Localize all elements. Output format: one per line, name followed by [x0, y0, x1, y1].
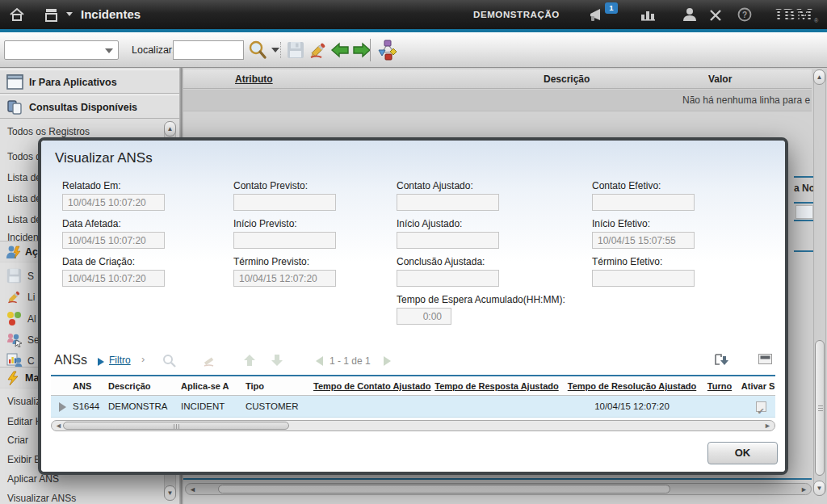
field-input[interactable]	[397, 308, 451, 325]
download-icon[interactable]	[713, 352, 729, 368]
field-input[interactable]	[592, 194, 695, 211]
field-label: Tempo de Espera Acumulado(HH:MM):	[397, 292, 592, 308]
row-cell-tempo-resposta	[432, 396, 561, 417]
reports-icon[interactable]	[640, 9, 657, 21]
row-cell-expander[interactable]	[51, 396, 70, 417]
field-input[interactable]	[233, 232, 336, 249]
main-vertical-scrollbar[interactable]: ▲ ▼	[813, 69, 826, 496]
field-contato-previsto: Contato Previsto:	[233, 178, 397, 216]
available-queries-label: Consultas Disponíveis	[29, 95, 137, 120]
row-cell-descricao: DEMONSTRA	[106, 396, 178, 417]
sign-out-icon[interactable]	[709, 9, 722, 22]
help-icon[interactable]: ?	[737, 7, 752, 22]
row-cell-tempo-resolucao: 10/04/15 12:07:20	[561, 396, 703, 417]
sidebar-item-available-queries[interactable]: Consultas Disponíveis	[0, 94, 179, 119]
save-icon-disabled[interactable]	[287, 41, 304, 59]
field-input[interactable]	[397, 232, 499, 249]
save-icon-disabled	[6, 268, 22, 284]
slas-table-hscrollbar[interactable]: ◄ ►	[51, 420, 775, 431]
field-input[interactable]	[62, 194, 165, 211]
main-horizontal-scrollbar[interactable]: ◄ ►	[185, 483, 812, 495]
sidebar-scroll-up-button[interactable]: ▲	[164, 121, 176, 136]
column-turno[interactable]: Turno	[703, 376, 737, 395]
scroll-left-icon[interactable]: ◄	[189, 485, 196, 494]
clear-changes-icon[interactable]	[309, 40, 328, 60]
go-to-menu-icon[interactable]	[44, 6, 62, 23]
record-select-combobox[interactable]	[4, 40, 119, 60]
more-actions-icon	[6, 371, 20, 386]
go-to-applications-label: Ir Para Aplicativos	[29, 70, 117, 94]
slas-table-section: ANSs Filtro ›	[51, 351, 775, 431]
field-label: Contato Ajustado:	[397, 178, 592, 194]
table-scroll-right-icon[interactable]: ►	[764, 421, 771, 431]
sidebar-item-go-to-applications[interactable]: Ir Para Aplicativos	[0, 69, 179, 94]
sla-table-row[interactable]: S1644 DEMONSTRA INCIDENT CUSTOMER 10/04/…	[51, 396, 775, 418]
field-label: Data de Criação:	[62, 254, 233, 270]
table-clear-icon-disabled[interactable]	[203, 354, 217, 368]
table-scroll-left-icon[interactable]: ◄	[55, 421, 62, 431]
ativar-checkbox[interactable]	[756, 401, 766, 412]
environment-label: DEMONSTRAÇÃO	[473, 0, 560, 29]
next-record-icon[interactable]	[352, 40, 372, 60]
column-tempo-resolucao[interactable]: Tempo de Resolução Ajustado	[561, 376, 703, 395]
column-aplica-se-a: Aplica-se A	[178, 376, 243, 395]
scroll-right-icon[interactable]: ►	[800, 485, 808, 494]
field-input[interactable]	[592, 232, 695, 249]
move-up-icon-disabled[interactable]	[243, 354, 256, 367]
sidebar-scroll-down-button[interactable]: ▼	[164, 485, 176, 501]
column-ans: ANS	[70, 376, 106, 395]
field-label: Início Ajustado:	[397, 216, 592, 232]
field-inicio-previsto: Início Previsto:	[233, 216, 397, 254]
field-label: Término Efetivo:	[592, 254, 770, 270]
field-input[interactable]	[233, 270, 336, 287]
find-label: Localizar:	[132, 32, 175, 68]
home-icon[interactable]	[9, 6, 25, 23]
ibm-logo: IBM	[775, 5, 814, 25]
field-input[interactable]	[62, 270, 165, 287]
field-data-afetada: Data Afetada:	[62, 216, 233, 254]
row-expander-icon[interactable]	[59, 402, 66, 412]
move-down-icon-disabled[interactable]	[271, 354, 283, 367]
column-tempo-resposta[interactable]: Tempo de Resposta Ajustado	[432, 376, 561, 395]
ok-button[interactable]: OK	[707, 442, 778, 464]
minimize-table-icon[interactable]	[758, 354, 772, 364]
field-label: Contato Efetivo:	[592, 178, 770, 194]
filter-toggle-icon[interactable]	[98, 358, 104, 366]
column-tempo-contato[interactable]: Tempo de Contato Ajustado	[311, 376, 432, 395]
previous-record-icon[interactable]	[330, 40, 350, 60]
row-cell-ativar	[737, 396, 775, 417]
field-input[interactable]	[62, 232, 165, 249]
main-scroll-up-button[interactable]: ▲	[813, 69, 825, 85]
more-item-view-slas[interactable]: Visualizar ANSs	[0, 489, 162, 504]
field-tempo-espera: Tempo de Espera Acumulado(HH:MM):	[397, 292, 592, 330]
go-to-caret-icon[interactable]	[66, 12, 73, 16]
announcements-icon[interactable]	[589, 8, 607, 23]
main-scroll-down-button[interactable]: ▼	[813, 481, 825, 496]
search-options-caret-icon[interactable]	[271, 48, 279, 52]
find-input[interactable]	[173, 40, 244, 60]
field-input[interactable]	[592, 270, 695, 287]
previous-page-icon[interactable]	[316, 356, 323, 366]
field-label: Data Afetada:	[62, 216, 233, 232]
slas-table: ANS Descrição Aplica-se A Tipo Tempo de …	[51, 375, 775, 418]
workflow-icon[interactable]	[377, 40, 398, 61]
field-input[interactable]	[397, 270, 499, 287]
column-descricao: Descrição	[544, 69, 590, 89]
main-vscroll-thumb[interactable]	[815, 340, 825, 476]
field-label: Relatado Em:	[62, 178, 233, 194]
field-input[interactable]	[397, 194, 499, 211]
filter-link[interactable]: Filtro	[109, 355, 131, 366]
field-input[interactable]	[233, 194, 336, 211]
column-atributo[interactable]: Atributo	[235, 69, 273, 89]
filter-chevron-icon[interactable]: ›	[141, 353, 145, 365]
row-cell-tipo: CUSTOMER	[243, 396, 311, 417]
search-icon[interactable]	[247, 40, 268, 61]
main-hscroll-thumb[interactable]	[218, 485, 670, 494]
svg-text:?: ?	[742, 10, 747, 19]
next-page-icon[interactable]	[384, 356, 391, 366]
table-hscroll-thumb[interactable]	[63, 422, 289, 430]
profile-icon[interactable]	[682, 7, 697, 22]
queries-icon	[6, 99, 23, 116]
table-search-icon-disabled[interactable]	[162, 354, 177, 368]
combobox-caret-icon[interactable]	[105, 48, 113, 53]
